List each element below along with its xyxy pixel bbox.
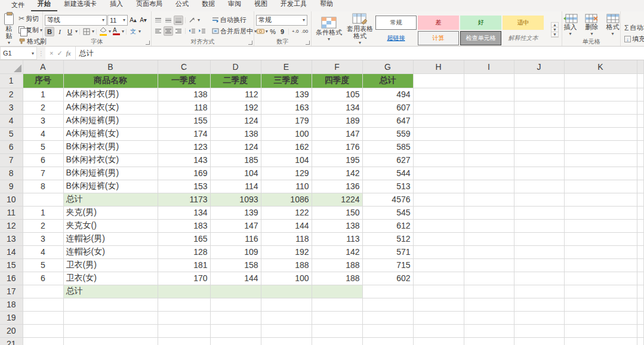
cell-C10[interactable]: 1173: [158, 193, 210, 206]
cell-K15[interactable]: [564, 258, 637, 272]
cell-H2[interactable]: [413, 88, 464, 101]
cell-J14[interactable]: [514, 245, 564, 258]
cell-H14[interactable]: [413, 245, 464, 258]
cell-H9[interactable]: [413, 180, 464, 193]
cell-B6[interactable]: B休闲衬衣(男): [63, 140, 158, 153]
cell-E1[interactable]: 三季度: [261, 73, 312, 88]
cell-C12[interactable]: 183: [158, 219, 210, 232]
cell-E18[interactable]: [261, 298, 312, 311]
cell-I11[interactable]: [464, 206, 514, 219]
dialog-launcher-icon[interactable]: [248, 41, 252, 45]
cell-E7[interactable]: 104: [261, 153, 312, 167]
cell-F18[interactable]: [312, 298, 362, 311]
cell-H19[interactable]: [413, 311, 464, 324]
align-left-icon[interactable]: [153, 26, 163, 36]
cell-F9[interactable]: 136: [312, 180, 362, 193]
cell-F2[interactable]: 105: [312, 88, 362, 101]
cell-H7[interactable]: [413, 153, 464, 167]
gallery-scroll-up-icon[interactable]: ▲: [551, 23, 558, 27]
cell-J16[interactable]: [514, 272, 564, 285]
decrease-indent-icon[interactable]: [187, 26, 197, 36]
dialog-launcher-icon[interactable]: [37, 41, 41, 45]
cell-C17[interactable]: [158, 285, 210, 298]
tab-开始[interactable]: 开始: [31, 0, 57, 11]
cell-B5[interactable]: A休闲短裤(女): [63, 127, 158, 140]
cell-A5[interactable]: 4: [23, 127, 63, 140]
cell-J9[interactable]: [514, 180, 564, 193]
cell-F15[interactable]: 188: [312, 258, 362, 272]
cell-D18[interactable]: [210, 298, 261, 311]
grow-font-button[interactable]: A▴: [128, 16, 138, 25]
cell-L11[interactable]: [637, 206, 644, 219]
row-header-21[interactable]: 21: [0, 337, 23, 345]
cell-D19[interactable]: [210, 311, 261, 324]
cell-C3[interactable]: 118: [158, 101, 210, 114]
cell-B7[interactable]: B休闲衬衣(女): [63, 153, 158, 167]
autosum-button[interactable]: Σ自动求和▾: [623, 23, 644, 33]
font-color-icon[interactable]: A: [112, 27, 121, 36]
cell-H3[interactable]: [413, 101, 464, 114]
cell-K16[interactable]: [564, 272, 637, 285]
cell-K21[interactable]: [564, 337, 637, 345]
cell-B4[interactable]: A休闲短裤(男): [63, 114, 158, 127]
cell-K18[interactable]: [564, 298, 637, 311]
cell-D1[interactable]: 二季度: [210, 73, 261, 88]
cell-C19[interactable]: [158, 311, 210, 324]
cell-J6[interactable]: [514, 140, 564, 153]
align-middle-icon[interactable]: [164, 16, 173, 25]
bold-button[interactable]: B: [45, 27, 54, 36]
cell-C7[interactable]: 143: [158, 153, 210, 167]
cell-L5[interactable]: [637, 127, 644, 140]
decrease-decimal-icon[interactable]: .00: [300, 27, 309, 36]
cell-D8[interactable]: 104: [210, 167, 261, 180]
cell-K2[interactable]: [564, 88, 637, 101]
cell-E20[interactable]: [261, 324, 312, 337]
formula-bar-splitter[interactable]: ⋮: [37, 47, 45, 60]
cell-K5[interactable]: [564, 127, 637, 140]
cell-A16[interactable]: 6: [23, 272, 63, 285]
row-header-14[interactable]: 14: [0, 245, 23, 258]
cell-J4[interactable]: [514, 114, 564, 127]
cell-A10[interactable]: [23, 193, 63, 206]
cell-E2[interactable]: 139: [261, 88, 312, 101]
cell-I1[interactable]: [464, 73, 514, 88]
cell-I14[interactable]: [464, 245, 514, 258]
cell-H16[interactable]: [413, 272, 464, 285]
cell-C16[interactable]: 170: [158, 272, 210, 285]
cell-B13[interactable]: 连帽衫(男): [63, 232, 158, 245]
cell-L19[interactable]: [637, 311, 644, 324]
cell-style-计算[interactable]: 计算: [418, 31, 459, 45]
cell-E13[interactable]: 118: [261, 232, 312, 245]
cell-A11[interactable]: 1: [23, 206, 63, 219]
cell-K20[interactable]: [564, 324, 637, 337]
cell-F13[interactable]: 113: [312, 232, 362, 245]
cell-I18[interactable]: [464, 298, 514, 311]
row-header-4[interactable]: 4: [0, 114, 23, 127]
cell-L4[interactable]: [637, 114, 644, 127]
cell-E5[interactable]: 100: [261, 127, 312, 140]
cell-H18[interactable]: [413, 298, 464, 311]
row-header-19[interactable]: 19: [0, 311, 23, 324]
cell-A4[interactable]: 3: [23, 114, 63, 127]
cell-G19[interactable]: [362, 311, 413, 324]
cell-K19[interactable]: [564, 311, 637, 324]
cell-C6[interactable]: 123: [158, 140, 210, 153]
paste-button[interactable]: 粘贴▾: [2, 13, 16, 47]
shrink-font-button[interactable]: A▾: [138, 16, 148, 25]
cell-C18[interactable]: [158, 298, 210, 311]
cell-G13[interactable]: 512: [362, 232, 413, 245]
align-center-icon[interactable]: [164, 26, 173, 36]
cell-B10[interactable]: 总计: [63, 193, 158, 206]
align-bottom-icon[interactable]: [174, 16, 183, 25]
column-header-G[interactable]: G: [362, 60, 413, 73]
cell-K6[interactable]: [564, 140, 637, 153]
cell-L10[interactable]: [637, 193, 644, 206]
tab-页面布局[interactable]: 页面布局: [130, 0, 169, 11]
cell-F8[interactable]: 142: [312, 167, 362, 180]
cell-H1[interactable]: [413, 73, 464, 88]
cell-I19[interactable]: [464, 311, 514, 324]
cell-J12[interactable]: [514, 219, 564, 232]
column-header-D[interactable]: D: [210, 60, 261, 73]
cell-C11[interactable]: 134: [158, 206, 210, 219]
cell-H5[interactable]: [413, 127, 464, 140]
